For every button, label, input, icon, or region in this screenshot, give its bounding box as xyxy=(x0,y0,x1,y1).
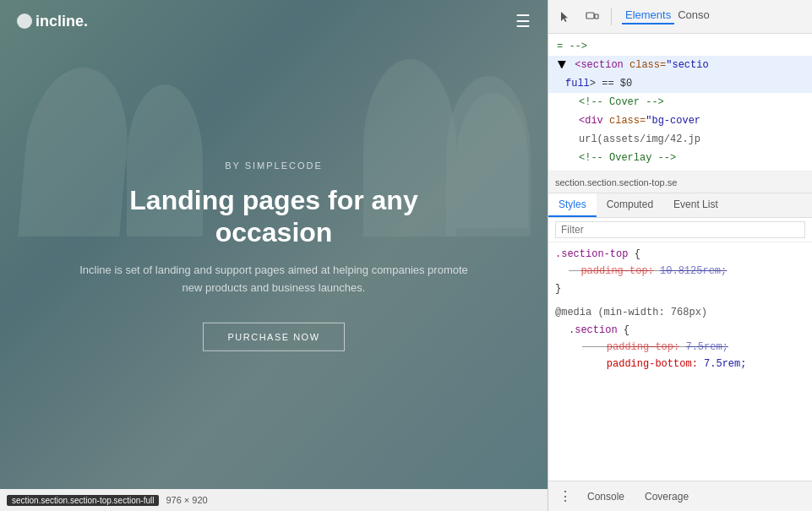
dom-line-comment-end: = --> xyxy=(548,37,812,56)
dom-expand-triangle: ⯆ xyxy=(557,59,567,71)
toolbar-divider xyxy=(611,8,612,25)
svg-rect-0 xyxy=(586,13,594,19)
element-dimensions: 976 × 920 xyxy=(166,495,207,505)
bottom-tab-console[interactable]: Console xyxy=(579,487,633,506)
bottom-tab-coverage[interactable]: Coverage xyxy=(636,487,697,506)
dom-line-url: url(assets/img/42.jp xyxy=(548,130,812,149)
device-toggle-icon[interactable] xyxy=(584,8,601,25)
nav-logo: incline. xyxy=(17,13,88,30)
preview-statusbar: section.section.section-top.section-full… xyxy=(0,489,548,511)
dom-line-div: <div class="bg-cover xyxy=(548,111,812,130)
hero-section: BY SIMPLECODE Landing pages for any occa… xyxy=(71,160,477,351)
inspector-cursor-icon[interactable] xyxy=(557,8,574,25)
css-filter-bar xyxy=(548,218,812,242)
css-prop-name-padding-bottom: padding-bottom: xyxy=(607,358,698,370)
dom-line-cover-comment: <!-- Cover --> xyxy=(548,93,812,111)
website-preview: incline. ☰ BY SIMPLECODE Landing pages f… xyxy=(0,0,548,511)
tab-styles[interactable]: Styles xyxy=(548,193,597,217)
css-rules-panel: .section-top { padding-top: 10.8125rem; … xyxy=(548,242,812,481)
css-prop-padding-top-2: padding-top: 7.5rem; xyxy=(555,339,805,356)
dom-line-overlay-comment: <!-- Overlay --> xyxy=(548,149,812,167)
logo-icon xyxy=(17,14,32,29)
css-selector-section: .section xyxy=(569,324,618,336)
svg-rect-1 xyxy=(595,14,598,19)
breadcrumb-text: section.section.section-top.se xyxy=(555,177,677,188)
css-prop-padding-bottom: padding-bottom: 7.5rem; xyxy=(555,356,805,372)
css-prop-padding-top-1: padding-top: 10.8125rem; xyxy=(555,263,805,280)
devtools-panel: Elements Conso = --> ⯆ <section class="s… xyxy=(548,0,812,511)
css-rule-media: @media (min-width: 768px) .section { pad… xyxy=(555,304,805,373)
devtools-toolbar: Elements Conso xyxy=(548,0,812,34)
css-selector-section-top: .section-top xyxy=(555,248,628,260)
style-tabs: Styles Computed Event List xyxy=(548,193,812,218)
hero-description: Incline is set of landing and support pa… xyxy=(71,262,477,297)
tab-event-list[interactable]: Event List xyxy=(663,193,728,217)
css-val-padding-bottom: 7.5rem; xyxy=(704,358,746,370)
dom-line-section[interactable]: ⯆ <section class="sectio xyxy=(548,56,812,74)
bottom-menu-icon[interactable]: ⋮ xyxy=(555,487,575,507)
logo-text: incline. xyxy=(35,13,88,30)
hamburger-icon[interactable]: ☰ xyxy=(515,11,531,31)
hero-subtitle: BY SIMPLECODE xyxy=(71,160,477,170)
css-media-query: @media (min-width: 768px) xyxy=(555,307,707,318)
dom-line-full: full> == $0 xyxy=(548,74,812,93)
purchase-button[interactable]: PURCHASE NOW xyxy=(203,323,344,351)
tab-elements[interactable]: Elements xyxy=(622,8,674,24)
css-rule-section-top: .section-top { padding-top: 10.8125rem; … xyxy=(555,246,805,297)
breadcrumb: section.section.section-top.se xyxy=(548,171,812,193)
devtools-bottom-bar: ⋮ Console Coverage xyxy=(548,481,812,511)
element-selector-label: section.section.section-top.section-full xyxy=(7,495,159,506)
preview-navbar: incline. ☰ xyxy=(0,0,548,42)
tab-console-header[interactable]: Conso xyxy=(674,8,713,24)
dom-tree: = --> ⯆ <section class="sectio full> == … xyxy=(548,34,812,171)
tab-computed[interactable]: Computed xyxy=(597,193,663,217)
hero-title: Landing pages for any occasion xyxy=(71,183,477,248)
filter-input[interactable] xyxy=(555,221,805,238)
